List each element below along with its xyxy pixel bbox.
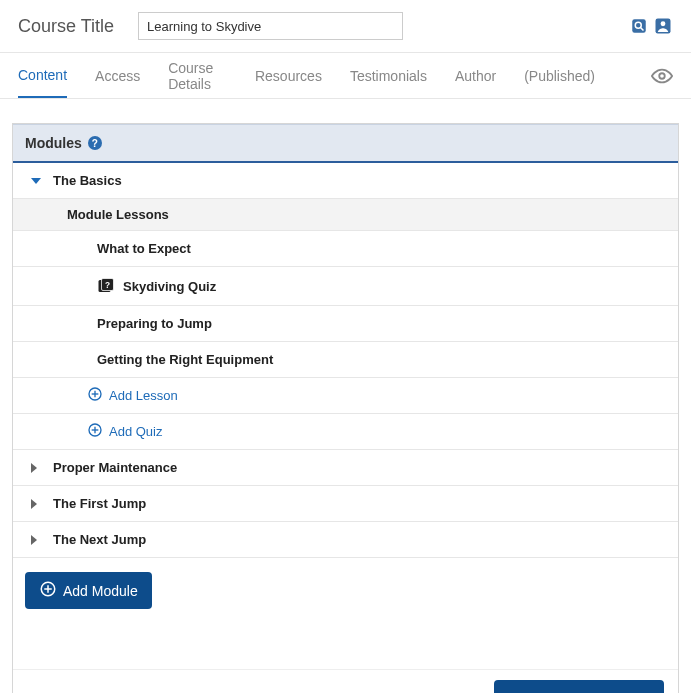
svg-rect-0 bbox=[632, 19, 646, 33]
add-module-label: Add Module bbox=[63, 583, 138, 599]
module-row-next-jump[interactable]: The Next Jump bbox=[13, 522, 678, 558]
module-item: Proper Maintenance bbox=[13, 450, 678, 486]
lesson-row-quiz[interactable]: ? Skydiving Quiz bbox=[13, 267, 678, 306]
quiz-icon: ? bbox=[97, 277, 115, 295]
course-title-label: Course Title bbox=[18, 16, 114, 37]
lesson-title: Skydiving Quiz bbox=[123, 279, 216, 294]
tab-author[interactable]: Author bbox=[455, 53, 496, 98]
add-lesson-label: Add Lesson bbox=[109, 388, 178, 403]
module-row-the-basics[interactable]: The Basics bbox=[13, 163, 678, 199]
add-quiz-button[interactable]: Add Quiz bbox=[13, 414, 678, 450]
svg-text:?: ? bbox=[105, 281, 110, 290]
help-icon[interactable]: ? bbox=[88, 136, 102, 150]
lesson-title: Getting the Right Equipment bbox=[97, 352, 273, 367]
module-title: The Basics bbox=[53, 173, 122, 188]
lesson-row[interactable]: Getting the Right Equipment bbox=[13, 342, 678, 378]
header: Course Title bbox=[0, 0, 691, 53]
tab-content[interactable]: Content bbox=[18, 53, 67, 98]
module-item: The Next Jump bbox=[13, 522, 678, 558]
svg-point-4 bbox=[661, 21, 666, 26]
add-module-button[interactable]: Add Module bbox=[25, 572, 152, 609]
tab-access[interactable]: Access bbox=[95, 53, 140, 98]
tab-resources[interactable]: Resources bbox=[255, 53, 322, 98]
preview-icon[interactable] bbox=[651, 65, 673, 87]
footer-bar: Return to Courses bbox=[13, 669, 678, 693]
course-title-input[interactable] bbox=[138, 12, 403, 40]
return-to-courses-button[interactable]: Return to Courses bbox=[494, 680, 664, 693]
add-lesson-button[interactable]: Add Lesson bbox=[13, 378, 678, 414]
module-title: The First Jump bbox=[53, 496, 146, 511]
module-row-proper-maintenance[interactable]: Proper Maintenance bbox=[13, 450, 678, 486]
chevron-right-icon bbox=[31, 463, 37, 473]
module-title: The Next Jump bbox=[53, 532, 146, 547]
tab-published: (Published) bbox=[524, 53, 595, 98]
svg-point-5 bbox=[659, 73, 665, 79]
chevron-right-icon bbox=[31, 499, 37, 509]
lesson-title: Preparing to Jump bbox=[97, 316, 212, 331]
tabs: Content Access Course Details Resources … bbox=[0, 53, 691, 99]
plus-circle-icon bbox=[87, 422, 103, 441]
modules-title: Modules bbox=[25, 135, 82, 151]
module-lessons-header: Module Lessons bbox=[13, 199, 678, 231]
lesson-row[interactable]: Preparing to Jump bbox=[13, 306, 678, 342]
module-title: Proper Maintenance bbox=[53, 460, 177, 475]
add-quiz-label: Add Quiz bbox=[109, 424, 162, 439]
plus-circle-icon bbox=[87, 386, 103, 405]
header-icons bbox=[629, 16, 673, 36]
tab-testimonials[interactable]: Testimonials bbox=[350, 53, 427, 98]
modules-panel: Modules ? The Basics Module Lessons What… bbox=[12, 123, 679, 693]
chevron-down-icon bbox=[31, 178, 41, 184]
lesson-title: What to Expect bbox=[97, 241, 191, 256]
search-icon[interactable] bbox=[629, 16, 649, 36]
modules-panel-header: Modules ? bbox=[13, 124, 678, 163]
tab-course-details[interactable]: Course Details bbox=[168, 53, 227, 98]
plus-circle-icon bbox=[39, 580, 57, 601]
module-item: The Basics Module Lessons What to Expect… bbox=[13, 163, 678, 450]
user-icon[interactable] bbox=[653, 16, 673, 36]
chevron-right-icon bbox=[31, 535, 37, 545]
module-row-first-jump[interactable]: The First Jump bbox=[13, 486, 678, 522]
module-item: The First Jump bbox=[13, 486, 678, 522]
content-area: Modules ? The Basics Module Lessons What… bbox=[0, 99, 691, 693]
lesson-row[interactable]: What to Expect bbox=[13, 231, 678, 267]
